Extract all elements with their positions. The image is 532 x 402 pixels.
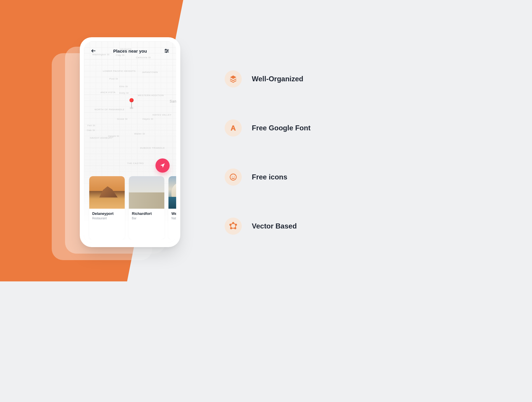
navigation-arrow-icon (160, 163, 166, 168)
map-street-label: Post St (109, 77, 118, 80)
map-street-label: Grove St (117, 118, 128, 120)
place-category: Restaurant (92, 217, 122, 220)
map-street-label: Fell St (87, 124, 95, 127)
screen-title: Places near you (113, 48, 147, 54)
map-pin-icon (129, 98, 134, 108)
place-thumbnail (89, 176, 125, 209)
map-street-label: Oak St (87, 129, 95, 132)
svg-point-6 (166, 52, 167, 53)
screen-header: Places near you (84, 41, 176, 60)
feature-label: Well-Organized (252, 75, 303, 83)
font-icon (229, 124, 237, 132)
svg-point-15 (230, 224, 231, 226)
map-street-label: Ellis St (119, 85, 128, 88)
place-category: Bar (132, 217, 161, 220)
arrow-left-icon (91, 48, 96, 54)
feature-item: Free icons (225, 168, 311, 186)
feature-item: Well-Organized (225, 70, 311, 87)
feature-label: Vector Based (252, 222, 297, 230)
back-button[interactable] (89, 47, 98, 55)
phone-mockup: HEIGHTS LOWER PACIFIC HEIGHTS JAPANTOWN … (80, 37, 180, 247)
feature-icon-wrap (225, 119, 242, 137)
map-neighborhood-label: HAYES VALLEY (153, 114, 171, 116)
svg-point-14 (231, 228, 232, 229)
map-street-label: Eddy St (119, 92, 129, 94)
phone-screen: HEIGHTS LOWER PACIFIC HEIGHTS JAPANTOWN … (84, 41, 176, 243)
svg-point-5 (167, 51, 168, 51)
map-street-label: Waller St (134, 132, 145, 135)
place-card[interactable]: Delaneyport Restaurant (89, 176, 125, 239)
place-name: Richardfort (132, 212, 161, 216)
map-neighborhood-label: DUBOCE TRIANGLE (140, 147, 165, 149)
svg-point-13 (235, 228, 236, 229)
map-street-label: Hayes St (142, 118, 153, 120)
sliders-icon (164, 48, 169, 54)
map-neighborhood-label: NORTH OF PANHANDLE (95, 108, 124, 111)
place-thumbnail (129, 176, 164, 209)
feature-label: Free icons (252, 173, 287, 181)
map-neighborhood-label: ANZA VISTA (100, 91, 116, 94)
feature-icon-wrap (225, 70, 242, 87)
svg-point-12 (235, 224, 237, 226)
svg-point-9 (234, 176, 234, 177)
svg-point-8 (232, 176, 232, 177)
map-street-label: Haight St (108, 135, 119, 137)
features-list: Well-Organized Free Google Font Free ico… (225, 70, 311, 235)
feature-label: Free Google Font (252, 124, 311, 132)
feature-icon-wrap (225, 218, 242, 235)
place-name: West Misa (171, 212, 176, 216)
svg-point-11 (233, 222, 234, 224)
filter-button[interactable] (163, 47, 171, 55)
vector-icon (229, 222, 237, 230)
place-name: Delaneyport (92, 212, 122, 216)
locate-me-fab[interactable] (155, 158, 170, 173)
map-neighborhood-label: JAPANTOWN (142, 71, 158, 74)
feature-icon-wrap (225, 168, 242, 186)
svg-point-7 (230, 174, 236, 180)
places-carousel[interactable]: Delaneyport Restaurant Richardfort Bar W… (84, 176, 176, 239)
map-neighborhood-label: WESTERN ADDITION (138, 94, 164, 97)
map-neighborhood-label: LOWER PACIFIC HEIGHTS (103, 70, 136, 72)
map-city-label: San (170, 99, 176, 103)
layers-icon (229, 75, 237, 83)
svg-point-4 (165, 49, 166, 50)
smile-icon (229, 173, 237, 181)
place-thumbnail (168, 176, 176, 209)
map-neighborhood-label: THE CASTRO (127, 162, 144, 165)
feature-item: Free Google Font (225, 119, 311, 137)
feature-item: Vector Based (225, 218, 311, 235)
place-card[interactable]: West Misa Natural Spot (168, 176, 176, 239)
place-card[interactable]: Richardfort Bar (129, 176, 164, 239)
place-category: Natural Spot (171, 217, 176, 220)
